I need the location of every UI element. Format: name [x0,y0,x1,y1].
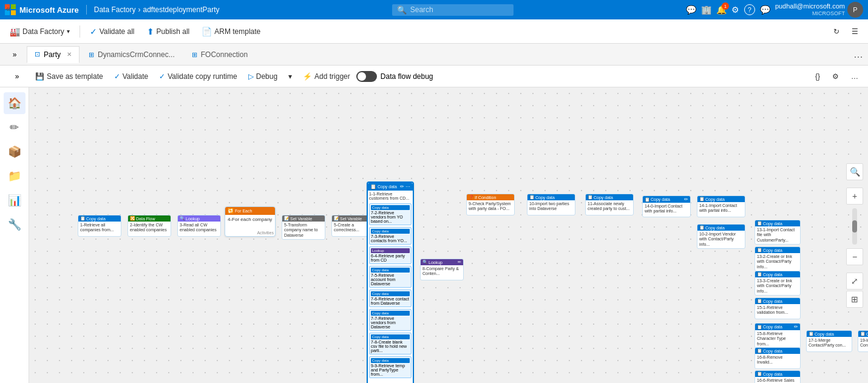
code-button[interactable]: {} [810,70,825,83]
tab-more-icon[interactable]: … [853,49,863,60]
node-r2[interactable]: 📋 Copy data 13-2-Create or link with Con… [754,246,801,271]
node-transform[interactable]: 📝 Set Varable 5-Transform company name t… [282,215,325,240]
node-14-0[interactable]: 📋 Copy data ✏ 14-0-Import Contact with p… [642,195,691,217]
validate-copy-button[interactable]: ✓ Validate copy runtime [154,70,242,83]
top-navigation: Microsoft Azure Data Factory › adftestde… [0,0,868,19]
tab-fo-icon: ⊞ [192,51,197,59]
tab-dynamics[interactable]: ⊞ DynamicsCrmConnec... [81,46,183,63]
validate-all-button[interactable]: ✓ Validate all [85,24,140,39]
grid-btn[interactable]: ⊞ [846,291,863,308]
sidebar-icon-home[interactable]: 🏠 [4,92,25,114]
node-14-1[interactable]: 📋 Copy data 14-1-Import Contact with par… [697,195,745,217]
save-template-button[interactable]: 💾 Save as template [30,70,108,83]
nested-8-body: 9-9-Retrieve temp and PartyType from... [371,364,410,376]
toggle-switch[interactable] [356,71,377,82]
node-4-header: 🔁 For Each [225,207,275,215]
zoom-slider[interactable] [852,208,857,245]
container-more-icon[interactable]: ⋯ [405,184,410,189]
sidebar-icon-params[interactable]: 📁 [4,165,25,187]
node-retrieve-companies[interactable]: 📋 Copy data 1-Retrieve all companies fro… [78,215,121,237]
brand-logo[interactable]: Microsoft Azure [5,4,79,15]
node-identify-cw[interactable]: 🔀 Data Flow 2-Identify the CW enabled co… [127,215,171,237]
node-char-type[interactable]: 📋 Copy data ✏ 15-8-Retrieve Character Ty… [754,323,801,348]
nested-3-header: Lookup [371,248,410,253]
pipeline-more-button[interactable]: … [846,70,863,83]
sidebar-icon-monitor[interactable]: 📊 [4,189,25,211]
pipeline-canvas[interactable]: 📋 Copy data 1-Retrieve all companies fro… [29,87,868,383]
node-merge[interactable]: 📋 Copy data 17-1-Merge Contact/Party con… [806,330,852,352]
dataflow-debug-toggle[interactable]: Data flow debug [356,71,433,82]
container-edit-icon[interactable]: ✏ [400,184,404,189]
debug-chevron[interactable]: ▾ [283,70,297,83]
zoom-in-btn[interactable]: + [846,188,863,205]
debug-button[interactable]: ▷ Debug [243,70,282,83]
node-associate[interactable]: 📋 Copy data 11-Associate newly created p… [585,194,634,215]
notification-badge: 1 [722,2,729,10]
node-14-1-header: 📋 Copy data [697,196,745,202]
user-avatar[interactable]: P [847,2,863,18]
pipeline-settings-button[interactable]: ⚙ [827,70,844,83]
feedback-icon[interactable]: 💬 [686,5,696,15]
node-retrieve-latest[interactable]: 📋 Copy data 16-6-Retrieve Sales Contact … [754,370,801,383]
sidebar-icon-edit[interactable]: ✏ [4,117,25,138]
node-import-parties[interactable]: 📋 Copy data 10-Import two parties into D… [527,194,575,215]
user-info[interactable]: pudhall@microsoft.com MICROSOFT P [775,2,863,18]
chat-icon[interactable]: 💬 [760,5,770,15]
search-box[interactable]: 🔍 [392,4,514,16]
node-r3[interactable]: 📋 Copy data 13-3-Create or link with Con… [754,271,801,296]
node-r1[interactable]: 📋 Copy data 13-1-Import Contact file wit… [754,220,801,245]
node-export[interactable]: 📋 Copy data 19-Import ContactParty into.… [858,330,868,352]
node-lookup[interactable]: 🔍 Lookup 3-Read all CW enabled companies [177,215,221,237]
nested-node-7[interactable]: Copy data 7-8-Create blank csv file to h… [369,333,412,354]
node-compare-edit[interactable]: ✏ [458,260,461,265]
nested-node-1[interactable]: Copy data 7-2-Retrieve vendors from YO b… [369,203,412,225]
node-foreach[interactable]: 🔁 For Each 4-For each company Activities [225,206,276,237]
expand-sidebar-btn[interactable]: « [2,2,15,15]
publish-all-button[interactable]: ⬆ Publish all [142,24,195,39]
node-import-vendor[interactable]: 📋 Copy data 10-2-Import Vendor with Cont… [697,224,745,249]
container-node[interactable]: 📋 Copy data ✏ ⋯ 1-1-Retrieve customers f… [367,181,414,383]
sidebar-icon-manage[interactable]: 🔧 [4,214,25,236]
canvas-area[interactable]: 📋 Copy data 1-Retrieve all companies fro… [29,87,868,383]
search-input[interactable] [410,5,507,14]
nested-7-header: Copy data [371,334,410,339]
directory-icon[interactable]: 🏢 [701,5,711,15]
node-14-0-body: 14-0-Import Contact with partial info... [643,203,690,215]
arm-label: ARM template [214,27,260,36]
refresh-button[interactable]: ↻ [829,25,844,38]
arm-template-button[interactable]: 📄 ARM template [197,24,265,39]
node-ct-edit[interactable]: ✏ [794,324,798,330]
node-check-party[interactable]: ❓ If Condition 9-Check Party/System with… [466,194,515,215]
collapse-pipeline-btn[interactable]: » [5,72,29,81]
nested-node-8[interactable]: Copy data 9-9-Retrieve temp and PartyTyp… [369,356,412,378]
nested-node-3[interactable]: Lookup 6-4-Retrieve party from CD [369,246,412,264]
search-canvas-btn[interactable]: 🔍 [846,163,863,180]
nested-node-2[interactable]: Copy data 7-3-Retrieve contacts from YO.… [369,227,412,245]
tab-party[interactable]: ⊡ Party ✕ [27,46,80,63]
node-compare[interactable]: 🔍 Lookup ✏ 8-Compare Party & Conten... [420,259,464,280]
add-trigger-button[interactable]: ⚡ Add trigger [298,70,355,83]
dataflow-debug-label: Data flow debug [381,72,433,81]
zoom-out-btn[interactable]: − [846,248,863,265]
tab-fo[interactable]: ⊞ FOConnection [184,46,256,63]
tab-party-close[interactable]: ✕ [67,51,72,58]
node-3-type: Lookup [186,217,200,221]
more-options-button[interactable]: ☰ [847,25,863,38]
node-14-0-edit[interactable]: ✏ [684,197,688,202]
collapse-tabs-btn[interactable]: » [2,50,27,59]
datafactory-link[interactable]: Data Factory [94,5,136,14]
data-factory-button[interactable]: 🏭 Data Factory ▾ [5,24,75,39]
nested-node-5[interactable]: Copy data 7-6-Retrieve contact from Data… [369,290,412,307]
notifications-icon[interactable]: 🔔 1 [716,5,727,15]
fit-screen-btn[interactable]: ⤢ [846,273,863,290]
node-remove-inv[interactable]: 📋 Copy data 16-8-Remove Invalid... [754,347,801,369]
pipeline-toolbar-right: {} ⚙ … [810,70,863,83]
settings-icon[interactable]: ⚙ [731,5,739,15]
sidebar-icon-activities[interactable]: 📦 [4,141,25,163]
help-icon[interactable]: ? [744,4,755,15]
node-retrieve-val[interactable]: 📋 Copy data 15-1-Retrieve validation fro… [754,297,801,319]
validate-label: Validate all [100,27,135,36]
nested-node-6[interactable]: Copy data 7-7-Retrieve vendors from Data… [369,309,412,331]
nested-node-4[interactable]: Copy data 7-5-Retrieve account from Data… [369,266,412,288]
validate-button[interactable]: ✓ Validate [109,70,153,83]
